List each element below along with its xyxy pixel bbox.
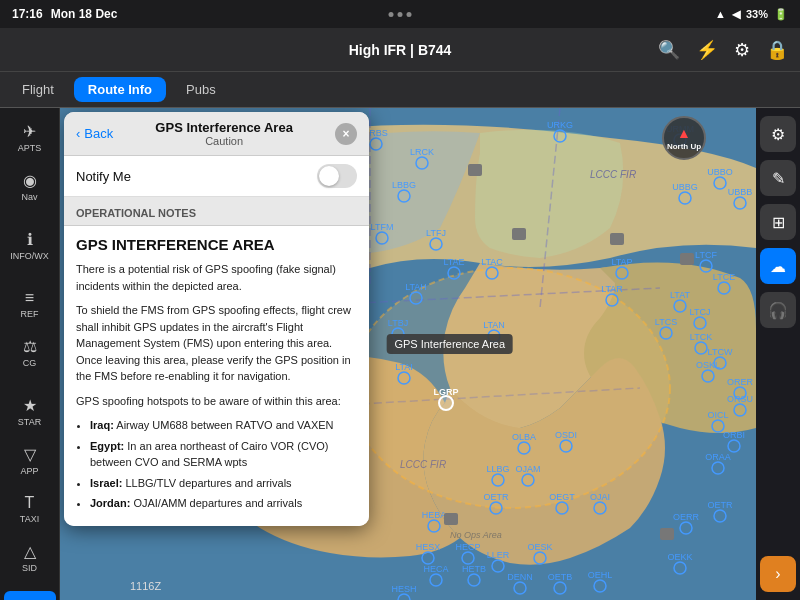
ops-notes-header: Operational Notes (64, 197, 369, 226)
rt-pencil-button[interactable]: ✎ (760, 160, 796, 196)
close-button[interactable]: × (335, 123, 357, 145)
status-time: 17:16 (12, 7, 43, 21)
star-label: STAR (18, 417, 41, 427)
layers-icon[interactable]: ⚡ (696, 39, 718, 61)
status-date: Mon 18 Dec (51, 7, 118, 21)
svg-text:LRCK: LRCK (410, 147, 434, 157)
sidebar-item-app[interactable]: ▽ APP (5, 439, 55, 482)
svg-text:OESK: OESK (527, 542, 552, 552)
svg-text:UBBG: UBBG (672, 182, 698, 192)
rt-layers-button[interactable]: ⊞ (760, 204, 796, 240)
gps-panel-header: ‹ Back GPS Interference Area Caution × (64, 112, 369, 156)
cg-label: CG (23, 358, 37, 368)
svg-text:LLBG: LLBG (486, 464, 509, 474)
notify-label: Notify Me (76, 169, 131, 184)
rt-cloud-button[interactable]: ☁ (760, 248, 796, 284)
svg-text:UBBO: UBBO (707, 167, 733, 177)
tab-flight[interactable]: Flight (8, 77, 68, 102)
rt-headphones-button[interactable]: 🎧 (760, 292, 796, 328)
back-label: Back (84, 126, 113, 141)
svg-text:ORBI: ORBI (723, 430, 745, 440)
svg-text:ORER: ORER (727, 377, 754, 387)
gear-icon[interactable]: ⚙ (734, 39, 750, 61)
svg-text:ORAA: ORAA (705, 452, 731, 462)
compass[interactable]: ▲ North Up (662, 116, 706, 160)
svg-text:OEHL: OEHL (588, 570, 613, 580)
bullet-israel: Israel: LLBG/TLV departures and arrivals (90, 475, 357, 492)
map-area[interactable]: LTAA FIR LCCC FIR LCCC FIR FG FIR LRBS L… (60, 108, 756, 600)
tab-route-info[interactable]: Route Info (74, 77, 166, 102)
svg-text:LTAI: LTAI (395, 362, 413, 372)
top-bar: High IFR | B744 🔍 ⚡ ⚙ 🔒 (0, 28, 800, 72)
svg-text:LTAP: LTAP (611, 257, 632, 267)
right-icons[interactable]: 🔍 ⚡ ⚙ 🔒 (658, 39, 788, 61)
gps-body[interactable]: GPS INTERFERENCE AREA There is a potenti… (64, 226, 369, 526)
svg-text:OICL: OICL (707, 410, 728, 420)
battery-level: 33% (746, 8, 768, 20)
taxi-label: TAXI (20, 514, 39, 524)
rt-chevron-button[interactable]: › (760, 556, 796, 592)
sidebar-item-star[interactable]: ★ STAR (5, 390, 55, 433)
svg-text:OSDI: OSDI (555, 430, 577, 440)
svg-text:LCCC FIR: LCCC FIR (590, 169, 636, 180)
svg-rect-120 (680, 253, 694, 265)
svg-text:OEKK: OEKK (667, 552, 692, 562)
bullet-jordan: Jordan: OJAI/AMM departures and arrivals (90, 495, 357, 512)
gps-body-title: GPS INTERFERENCE AREA (76, 236, 357, 253)
sidebar-item-cg[interactable]: ⚖ CG (5, 331, 55, 374)
ops-notes-label: Operational Notes (76, 207, 196, 219)
svg-text:LTFJ: LTFJ (426, 228, 446, 238)
gps-panel: ‹ Back GPS Interference Area Caution × N… (64, 112, 369, 526)
lock-icon[interactable]: 🔒 (766, 39, 788, 61)
svg-text:LCCC FIR: LCCC FIR (400, 459, 446, 470)
sid-label: SID (22, 563, 37, 573)
bullet-iraq-country: Iraq: (90, 419, 114, 431)
nav-tabs: Flight Route Info Pubs (0, 72, 800, 108)
svg-text:HESX: HESX (416, 542, 441, 552)
gps-title-sub: Caution (113, 135, 335, 147)
svg-text:LBBG: LBBG (392, 180, 416, 190)
sidebar-item-nav[interactable]: ◉ Nav (5, 165, 55, 208)
compass-label: North Up (667, 142, 701, 151)
sidebar-item-ref[interactable]: ≡ REF (5, 283, 55, 325)
gps-para-3: GPS spoofing hotspots to be aware of wit… (76, 393, 357, 410)
sidebar-item-sid[interactable]: △ SID (5, 536, 55, 579)
toggle-knob (319, 166, 339, 186)
wifi-icon: ▲ (715, 8, 726, 20)
svg-text:LTAR: LTAR (601, 284, 623, 294)
sidebar-item-apts[interactable]: ✈ APTS (5, 116, 55, 159)
svg-text:OETR: OETR (483, 492, 509, 502)
svg-text:ORSU: ORSU (727, 394, 753, 404)
svg-text:LTAN: LTAN (483, 320, 505, 330)
gps-panel-title: GPS Interference Area Caution (113, 120, 335, 147)
bullet-israel-country: Israel: (90, 477, 122, 489)
sidebar-item-taxi[interactable]: T TAXI (5, 488, 55, 530)
search-icon[interactable]: 🔍 (658, 39, 680, 61)
svg-text:LTAE: LTAE (443, 257, 464, 267)
taxi-icon: T (25, 494, 35, 512)
app-label: APP (20, 466, 38, 476)
svg-text:HECA: HECA (423, 564, 448, 574)
svg-text:LTCS: LTCS (655, 317, 677, 327)
svg-text:LGRP: LGRP (433, 387, 458, 397)
star-icon: ★ (23, 396, 37, 415)
svg-text:HEBA: HEBA (422, 510, 447, 520)
notify-toggle[interactable] (317, 164, 357, 188)
right-toolbar: ⚙ ✎ ⊞ ☁ 🎧 › (756, 108, 800, 600)
sidebar-item-highifr[interactable]: ✈ High IFR (4, 591, 56, 600)
battery-icon: 🔋 (774, 8, 788, 21)
svg-text:HESH: HESH (391, 584, 416, 594)
gps-para-1: There is a potential risk of GPS spoofin… (76, 261, 357, 294)
back-button[interactable]: ‹ Back (76, 126, 113, 141)
svg-text:LTCJ: LTCJ (690, 307, 711, 317)
svg-rect-122 (444, 513, 458, 525)
tab-pubs[interactable]: Pubs (172, 77, 230, 102)
svg-text:OLBA: OLBA (512, 432, 536, 442)
svg-text:DENN: DENN (507, 572, 533, 582)
apts-icon: ✈ (23, 122, 36, 141)
rt-gear-button[interactable]: ⚙ (760, 116, 796, 152)
svg-text:LTCW: LTCW (708, 347, 733, 357)
sidebar-item-info[interactable]: ℹ INFO/WX (5, 224, 55, 267)
svg-point-2 (350, 268, 670, 508)
svg-text:OJAI: OJAI (590, 492, 610, 502)
